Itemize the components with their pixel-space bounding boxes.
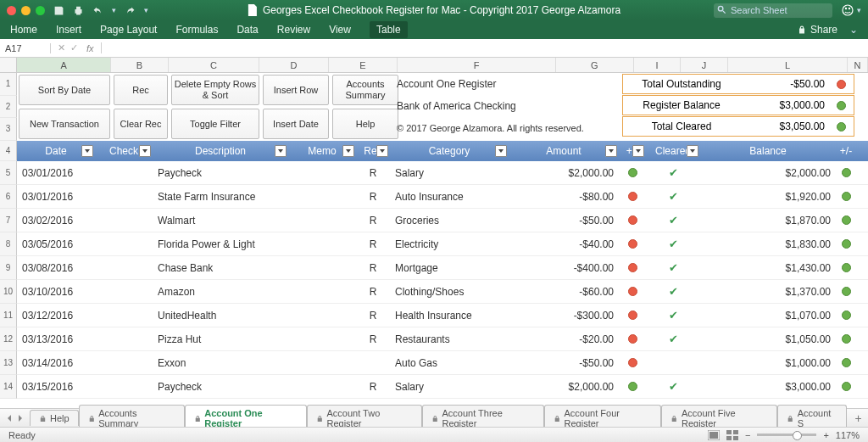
- col-header-I[interactable]: I: [634, 58, 682, 72]
- row-header-12[interactable]: 12: [0, 327, 17, 351]
- share-button[interactable]: Share ⌄: [797, 24, 858, 36]
- cell-rec[interactable]: R: [356, 262, 390, 274]
- filter-dropdown-icon[interactable]: [495, 145, 507, 157]
- cell-description[interactable]: UnitedHealth: [153, 310, 288, 322]
- cell-cleared[interactable]: ✔: [646, 190, 700, 203]
- cell-balance[interactable]: $1,430.00: [700, 262, 836, 274]
- macro-insert-date[interactable]: Insert Date: [263, 109, 329, 139]
- cell-amount[interactable]: -$400.00: [509, 262, 619, 274]
- cell-description[interactable]: Paycheck: [153, 167, 288, 179]
- cell-balance[interactable]: $2,000.00: [700, 167, 836, 179]
- cell-cleared[interactable]: ✔: [646, 261, 700, 274]
- table-row[interactable]: 803/05/2016Florida Power & LightRElectri…: [0, 232, 868, 256]
- col-category[interactable]: Category: [390, 141, 509, 161]
- row-header-13[interactable]: 13: [0, 351, 17, 375]
- name-box[interactable]: A17: [0, 43, 51, 53]
- cell-description[interactable]: Paycheck: [153, 381, 288, 393]
- col-header-J[interactable]: J: [681, 58, 728, 72]
- col--[interactable]: +/-: [619, 141, 646, 161]
- row-header-5[interactable]: 5: [0, 161, 17, 185]
- feedback-icon[interactable]: [841, 3, 854, 17]
- col-header-C[interactable]: C: [169, 58, 259, 72]
- cell-amount[interactable]: -$50.00: [509, 215, 619, 227]
- filter-dropdown-icon[interactable]: [632, 145, 644, 157]
- cell-description[interactable]: Amazon: [153, 286, 288, 298]
- col-header-E[interactable]: E: [329, 58, 398, 72]
- cell-description[interactable]: State Farm Insurance: [153, 191, 288, 203]
- cell-date[interactable]: 03/12/2016: [17, 310, 95, 322]
- macro-new-transaction[interactable]: New Transaction: [19, 109, 110, 139]
- row-header-3[interactable]: 3: [0, 118, 17, 141]
- col-header-A[interactable]: A: [17, 58, 111, 72]
- cell-balance[interactable]: $1,000.00: [700, 357, 836, 369]
- menu-table[interactable]: Table: [370, 21, 408, 38]
- macro-clear-rec[interactable]: Clear Rec: [114, 109, 168, 139]
- row-header-9[interactable]: 9: [0, 256, 17, 280]
- table-row[interactable]: 1203/13/2016Pizza HutRRestaurants-$20.00…: [0, 327, 868, 351]
- cell-amount[interactable]: $2,000.00: [509, 167, 619, 179]
- view-layout-icon[interactable]: [726, 430, 738, 440]
- filter-dropdown-icon[interactable]: [605, 145, 617, 157]
- macro-delete-empty-rows-sort[interactable]: Delete Empty Rows & Sort: [171, 75, 259, 105]
- zoom-slider[interactable]: [757, 434, 816, 436]
- cell-amount[interactable]: -$50.00: [509, 357, 619, 369]
- col-header-L[interactable]: L: [728, 58, 848, 72]
- row-header-14[interactable]: 14: [0, 375, 17, 399]
- table-row[interactable]: 603/01/2016State Farm InsuranceRAuto Ins…: [0, 185, 868, 209]
- row-header-1[interactable]: 1: [0, 73, 17, 96]
- table-row[interactable]: 1303/14/2016ExxonAuto Gas-$50.00$1,000.0…: [0, 351, 868, 375]
- cell-category[interactable]: Health Insurance: [390, 310, 509, 322]
- close-button[interactable]: [7, 6, 16, 15]
- col-amount[interactable]: Amount: [509, 141, 619, 161]
- filter-dropdown-icon[interactable]: [687, 145, 698, 157]
- filter-dropdown-icon[interactable]: [139, 145, 151, 157]
- cell-amount[interactable]: -$80.00: [509, 191, 619, 203]
- table-row[interactable]: 703/02/2016WalmartRGroceries-$50.00✔$1,8…: [0, 209, 868, 232]
- cell-category[interactable]: Auto Gas: [390, 357, 509, 369]
- menu-data[interactable]: Data: [236, 24, 258, 36]
- cell-rec[interactable]: R: [356, 215, 390, 227]
- row-header-6[interactable]: 6: [0, 185, 17, 209]
- row-header-8[interactable]: 8: [0, 232, 17, 256]
- table-row[interactable]: 903/08/2016Chase BankRMortgage-$400.00✔$…: [0, 256, 868, 280]
- cell-cleared[interactable]: ✔: [646, 380, 700, 393]
- cell-category[interactable]: Restaurants: [390, 333, 509, 345]
- cell-rec[interactable]: R: [356, 381, 390, 393]
- cell-date[interactable]: 03/08/2016: [17, 262, 95, 274]
- zoom-in-button[interactable]: +: [823, 430, 828, 440]
- cell-description[interactable]: Exxon: [153, 357, 288, 369]
- cell-cleared[interactable]: ✔: [646, 214, 700, 227]
- confirm-icon[interactable]: ✓: [70, 42, 78, 53]
- cell-cleared[interactable]: ✔: [646, 166, 700, 179]
- filter-dropdown-icon[interactable]: [275, 145, 287, 157]
- fx-icon[interactable]: fx: [86, 43, 94, 53]
- row-header-4[interactable]: 4: [0, 141, 17, 161]
- cell-description[interactable]: Chase Bank: [153, 262, 288, 274]
- macro-rec[interactable]: Rec: [114, 75, 168, 105]
- cell-amount[interactable]: -$20.00: [509, 333, 619, 345]
- row-header-7[interactable]: 7: [0, 209, 17, 232]
- cell-amount[interactable]: -$40.00: [509, 238, 619, 250]
- cell-cleared[interactable]: ✔: [646, 333, 700, 345]
- zoom-level[interactable]: 117%: [836, 430, 860, 440]
- menu-review[interactable]: Review: [277, 24, 310, 36]
- cell-description[interactable]: Pizza Hut: [153, 333, 288, 345]
- cell-balance[interactable]: $1,370.00: [700, 286, 836, 298]
- table-row[interactable]: 1103/12/2016UnitedHealthRHealth Insuranc…: [0, 304, 868, 327]
- col-header-F[interactable]: F: [398, 58, 556, 72]
- cell-date[interactable]: 03/02/2016: [17, 215, 95, 227]
- macro-sort-by-date[interactable]: Sort By Date: [19, 75, 110, 105]
- tab-next-icon[interactable]: [16, 414, 25, 422]
- cell-rec[interactable]: R: [356, 167, 390, 179]
- cell-rec[interactable]: R: [356, 310, 390, 322]
- col-header-N[interactable]: N: [848, 58, 868, 72]
- row-header-2[interactable]: 2: [0, 96, 17, 119]
- cell-rec[interactable]: R: [356, 333, 390, 345]
- print-icon[interactable]: [73, 5, 84, 16]
- menu-insert[interactable]: Insert: [56, 24, 81, 36]
- filter-dropdown-icon[interactable]: [342, 145, 354, 157]
- cell-date[interactable]: 03/01/2016: [17, 191, 95, 203]
- maximize-button[interactable]: [36, 6, 45, 15]
- cell-date[interactable]: 03/01/2016: [17, 167, 95, 179]
- add-sheet-button[interactable]: +: [849, 411, 868, 425]
